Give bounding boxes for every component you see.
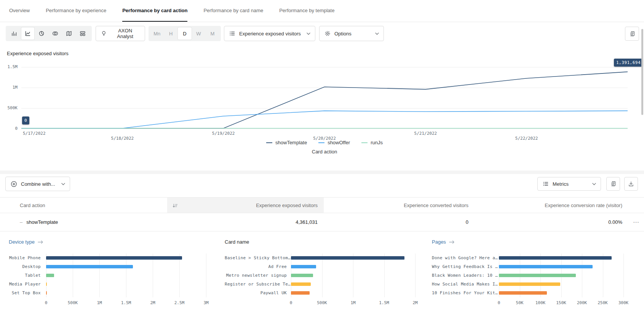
tab-performance-by-template[interactable]: Performance by template: [279, 0, 334, 22]
row-menu-icon[interactable]: ⋯: [633, 218, 639, 226]
gridline: [322, 254, 323, 297]
bar: [46, 282, 47, 286]
column-header-experience-converted-visitors[interactable]: Experience converted visitors: [324, 198, 475, 213]
column-header-experience-exposed-visitors[interactable]: Experience exposed visitors: [167, 198, 324, 213]
arrow-right-icon: [449, 240, 455, 244]
combine-with-label: Combine with...: [21, 181, 55, 187]
breakdown-link-pages[interactable]: Pages: [432, 239, 455, 245]
bar: [291, 274, 313, 277]
tab-performance-by-card-action[interactable]: Performance by card action: [122, 0, 187, 22]
metrics-dropdown-label: Metrics: [553, 181, 569, 187]
legend-item-showOffer[interactable]: showOffer: [318, 140, 350, 145]
card-action-value: showTemplate: [26, 219, 58, 225]
category-label: Ad Free: [225, 262, 287, 271]
gridline: [126, 254, 126, 297]
copy-chart-button[interactable]: [625, 27, 639, 41]
collapse-marker[interactable]: –: [20, 219, 22, 225]
legend-item-showTemplate[interactable]: showTemplate: [266, 140, 307, 145]
metrics-dropdown[interactable]: Metrics: [537, 177, 601, 191]
metric-dropdown[interactable]: Experience exposed visitors: [224, 26, 315, 41]
x-axis-tick-label: 100K: [535, 300, 546, 305]
conversion-rate-cell: 0.00%: [475, 213, 628, 231]
mini-chart-title-label: Card name: [225, 239, 249, 245]
column-header-experience-conversion-rate[interactable]: Experience conversion rate (visitor): [475, 198, 628, 213]
mini-chart-category-labels: Done with Google? Here a…Why Getting Fee…: [432, 254, 494, 297]
series-showOffer: [21, 111, 628, 128]
options-dropdown[interactable]: Options: [319, 26, 384, 41]
mini-chart-title-label: Device type: [9, 239, 35, 245]
granularity-hour[interactable]: H: [164, 27, 177, 40]
x-axis-tick-label: 3M: [203, 300, 208, 305]
x-axis-tick-label: 500K: [317, 300, 327, 305]
vertical-scrollbar[interactable]: [641, 29, 643, 115]
bar: [499, 256, 612, 260]
category-label: Black Women Leaders: 10 …: [432, 271, 494, 280]
legend-item-runJs[interactable]: runJs: [361, 140, 383, 145]
gridline: [73, 254, 73, 297]
mini-chart-plot: 0500K1M1.5M2M2.5M3M: [46, 254, 206, 297]
legend-label: showOffer: [328, 140, 350, 145]
chart-title: Experience exposed visitors: [7, 51, 69, 56]
gridline: [623, 254, 624, 297]
mini-chart-title: Card name: [225, 239, 249, 245]
tab-performance-by-card-name[interactable]: Performance by card name: [203, 0, 263, 22]
tab-overview[interactable]: Overview: [9, 0, 30, 22]
x-axis-title: Card action: [21, 149, 628, 155]
converted-visitors-cell: 0: [324, 213, 475, 231]
card-action-cell: – showTemplate: [0, 213, 167, 231]
table-row[interactable]: – showTemplate 4,361,031 0 0.00% ⋯: [0, 213, 644, 231]
gridline: [99, 254, 100, 297]
gridline: [384, 254, 385, 297]
line-chart-icon[interactable]: [21, 27, 34, 40]
mini-chart-category-labels: Mobile PhoneDesktopTabletMedia PlayerSet…: [9, 254, 41, 297]
category-label: Media Player: [9, 280, 41, 289]
tab-performance-by-experience[interactable]: Performance by experience: [46, 0, 106, 22]
chevron-down-icon: [307, 32, 310, 35]
x-axis-tick-label: 50K: [516, 300, 524, 305]
x-axis-tick-label: 1M: [97, 300, 102, 305]
category-label: Baseline > Sticky Bottom…: [225, 254, 287, 262]
lightbulb-icon: [101, 30, 107, 37]
granularity-day[interactable]: D: [178, 27, 192, 40]
arrow-right-icon: [38, 240, 44, 244]
category-label: Register or Subscribe Te…: [225, 280, 287, 289]
bar-chart-icon[interactable]: [8, 27, 21, 40]
series-start-value-badge: 0: [22, 116, 29, 124]
category-label: Tablet: [9, 271, 41, 280]
granularity-minute[interactable]: Mn: [150, 27, 164, 40]
venn-diagram-icon[interactable]: [49, 27, 62, 40]
y-axis-tick-label: 500K: [0, 105, 18, 110]
x-axis-tick-label: 500K: [68, 300, 78, 305]
granularity-month[interactable]: M: [206, 27, 219, 40]
axon-analyst-button[interactable]: AXON Analyst: [96, 26, 145, 41]
x-axis-tick-label: 1.5M: [121, 300, 131, 305]
chevron-down-icon: [592, 183, 596, 185]
combine-with-button[interactable]: Combine with...: [5, 177, 70, 191]
chart-toolbar: AXON Analyst Mn H D W M Experience expos…: [0, 26, 644, 41]
gridline: [21, 67, 628, 67]
y-axis-tick-label: 0: [0, 126, 18, 131]
copy-table-button[interactable]: [606, 177, 620, 191]
line-series-plot: [21, 67, 628, 129]
table-header-row: Card action Experience exposed visitors …: [0, 197, 644, 213]
category-label: How Social Media Makes I…: [432, 280, 494, 289]
gridline: [179, 254, 180, 297]
mini-chart-title-label: Pages: [432, 239, 446, 245]
column-header-actions: [628, 198, 644, 213]
map-icon[interactable]: [62, 27, 75, 40]
pie-chart-icon[interactable]: [35, 27, 48, 40]
download-table-button[interactable]: [624, 177, 638, 191]
category-label: Why Getting Feedback Is …: [432, 262, 494, 271]
chart-type-switcher: [6, 26, 92, 41]
category-label: 10 Finishes For Your Kit…: [432, 289, 494, 297]
breakdown-link-device-type[interactable]: Device type: [9, 239, 44, 245]
plus-circle-icon: [10, 180, 18, 188]
dashboard-layout-icon[interactable]: [76, 27, 89, 40]
mini-chart-category-labels: Baseline > Sticky Bottom…Ad FreeMetro ne…: [225, 254, 287, 297]
mini-chart-device-type: Device typeMobile PhoneDesktopTabletMedi…: [9, 239, 206, 306]
x-axis-tick-label: 5/21/2022: [414, 131, 437, 136]
granularity-week[interactable]: W: [192, 27, 205, 40]
gridline: [415, 254, 415, 297]
series-end-value-badge: 1,391,694: [614, 59, 643, 67]
column-header-card-action[interactable]: Card action: [0, 198, 167, 213]
